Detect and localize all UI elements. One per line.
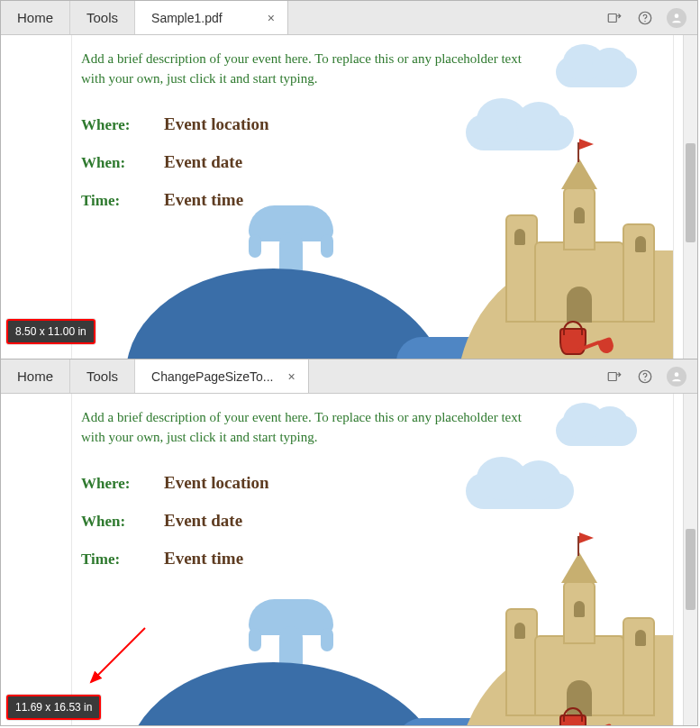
sandcastle-graphic	[498, 572, 660, 716]
field-value-time: Event time	[164, 190, 243, 210]
field-row: When: Event date	[81, 511, 673, 531]
fountain-graphic	[249, 628, 261, 651]
share-icon[interactable]	[605, 9, 623, 27]
cloud-graphic	[556, 415, 637, 446]
pdf-viewer-window-top: Home Tools Sample1.pdf ×	[0, 0, 698, 359]
svg-rect-0	[608, 14, 616, 22]
shovel-graphic	[577, 720, 614, 725]
svg-point-7	[675, 372, 679, 377]
field-label-time: Time:	[81, 551, 164, 569]
svg-rect-4	[608, 372, 616, 380]
document-tab-title: Sample1.pdf	[151, 11, 223, 25]
field-label-when: When:	[81, 513, 164, 531]
cloud-graphic	[466, 114, 574, 150]
field-value-time: Event time	[164, 549, 243, 569]
vertical-scrollbar[interactable]	[683, 394, 697, 725]
toolbar-right	[605, 1, 697, 34]
vertical-scrollbar[interactable]	[683, 35, 697, 359]
toolbar: Home Tools Sample1.pdf ×	[1, 1, 697, 35]
toolbar-right	[605, 359, 697, 393]
event-description-text: Add a brief description of your event he…	[72, 35, 541, 89]
page-size-tooltip: 8.50 x 11.00 in	[6, 319, 95, 344]
shovel-graphic	[577, 333, 614, 359]
home-tab[interactable]: Home	[1, 359, 70, 393]
user-avatar-icon[interactable]	[667, 8, 686, 28]
help-icon[interactable]	[636, 9, 654, 27]
field-value-where: Event location	[164, 473, 269, 493]
field-value-when: Event date	[164, 152, 242, 172]
pdf-viewer-window-bottom: Home Tools ChangePageSizeTo... ×	[0, 359, 698, 726]
pdf-page: Add a brief description of your event he…	[71, 35, 674, 359]
svg-point-3	[675, 14, 679, 18]
event-description-text: Add a brief description of your event he…	[72, 394, 541, 448]
page-size-tooltip: 11.69 x 16.53 in	[6, 695, 101, 720]
pdf-page: Add a brief description of your event he…	[71, 394, 674, 725]
tools-tab[interactable]: Tools	[70, 359, 135, 393]
document-viewport[interactable]: Add a brief description of your event he…	[1, 394, 697, 725]
scroll-thumb[interactable]	[686, 529, 695, 610]
fountain-graphic	[321, 628, 333, 651]
field-label-when: When:	[81, 154, 164, 172]
field-value-when: Event date	[164, 511, 242, 531]
help-icon[interactable]	[636, 368, 654, 386]
fountain-graphic	[321, 234, 333, 258]
share-icon[interactable]	[605, 368, 623, 386]
tools-tab[interactable]: Tools	[70, 1, 135, 34]
svg-point-2	[644, 21, 645, 22]
event-fields: Where: Event location When: Event date T…	[72, 448, 673, 569]
cloud-graphic	[556, 57, 637, 87]
field-row: Where: Event location	[81, 473, 673, 493]
fountain-graphic	[249, 234, 261, 258]
field-label-where: Where:	[81, 475, 164, 493]
sea-graphic	[126, 662, 450, 725]
close-icon[interactable]: ×	[284, 368, 298, 386]
document-viewport[interactable]: Add a brief description of your event he…	[1, 35, 697, 359]
home-tab[interactable]: Home	[1, 1, 70, 34]
field-label-where: Where:	[81, 116, 164, 134]
svg-point-6	[644, 379, 645, 380]
field-row: Where: Event location	[81, 114, 673, 134]
document-tab-title: ChangePageSizeTo...	[151, 369, 273, 384]
document-tab[interactable]: Sample1.pdf ×	[135, 1, 288, 34]
document-tab[interactable]: ChangePageSizeTo... ×	[135, 359, 309, 393]
cloud-graphic	[466, 473, 574, 509]
field-label-time: Time:	[81, 192, 164, 210]
close-icon[interactable]: ×	[264, 9, 278, 27]
user-avatar-icon[interactable]	[667, 367, 686, 387]
toolbar: Home Tools ChangePageSizeTo... ×	[1, 359, 697, 394]
sandcastle-graphic	[498, 178, 660, 323]
field-value-where: Event location	[164, 114, 269, 134]
scroll-thumb[interactable]	[686, 143, 695, 242]
